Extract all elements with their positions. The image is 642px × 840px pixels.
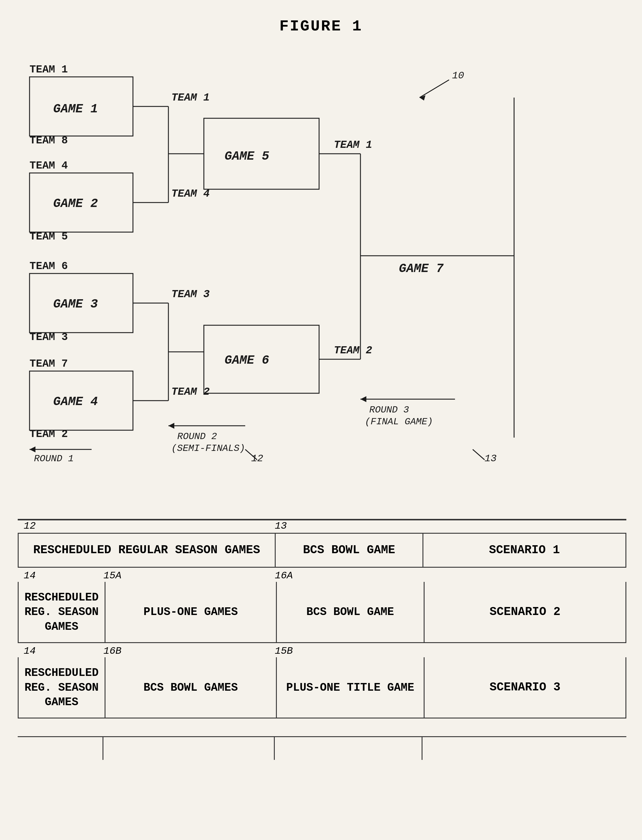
scenario3-label: SCENARIO 3 <box>425 657 626 718</box>
game3-winner-label: TEAM 3 <box>171 288 210 301</box>
game2-label: GAME 2 <box>53 197 98 211</box>
scenario2-cell2: PLUS-ONE GAMES <box>105 582 277 642</box>
ref16b-s3: 16B <box>104 645 275 657</box>
ref15b-s3: 15B <box>275 645 423 657</box>
game4-winner-label: TEAM 2 <box>171 386 210 398</box>
team1-label: TEAM 1 <box>29 63 68 76</box>
page: FIGURE 1 text { font-family: 'Courier Ne… <box>0 0 642 840</box>
team6-label: TEAM 6 <box>29 260 68 272</box>
svg-marker-17 <box>169 423 174 429</box>
game6-label: GAME 6 <box>225 353 269 367</box>
scenario3-cell2: BCS BOWL GAMES <box>105 657 277 718</box>
game5-label: GAME 5 <box>225 149 269 164</box>
ref14-s3: 14 <box>18 645 104 657</box>
team4-label: TEAM 4 <box>29 160 68 172</box>
scenario2-label: SCENARIO 2 <box>425 582 626 642</box>
figure-title: FIGURE 1 <box>0 0 642 35</box>
game3-label: GAME 3 <box>53 297 98 311</box>
game5-winner-label: TEAM 1 <box>334 139 372 151</box>
scenario2-cell1: RESCHEDULED REG. SEASON GAMES <box>19 582 105 642</box>
bottom-border <box>18 736 626 760</box>
game4-label: GAME 4 <box>53 395 98 409</box>
team2-r1-label: TEAM 2 <box>29 428 68 440</box>
scenario1-cells: RESCHEDULED REGULAR SEASON GAMES BCS BOW… <box>18 533 626 568</box>
team5-label: TEAM 5 <box>29 231 68 243</box>
ref12-label: 12 <box>18 520 275 531</box>
game1-winner-label: TEAM 1 <box>171 92 210 104</box>
round2-label-line2: (SEMI-FINALS) <box>171 443 245 454</box>
ref13: 13 <box>485 453 497 464</box>
scenario1-cell2: BCS BOWL GAME <box>276 534 423 567</box>
svg-line-29 <box>473 449 485 460</box>
team8-label: TEAM 8 <box>29 135 68 147</box>
round3-label-line2: (FINAL GAME) <box>365 416 433 427</box>
scenario1-label: SCENARIO 1 <box>423 534 626 567</box>
ref16a-s2: 16A <box>275 570 423 581</box>
svg-line-27 <box>420 80 449 97</box>
scenario3-cells: RESCHEDULED REG. SEASON GAMES BCS BOWL G… <box>18 657 626 718</box>
team3-r1-label: TEAM 3 <box>29 331 68 343</box>
svg-marker-5 <box>29 447 36 452</box>
scenario2-refs: 14 15A 16A <box>18 568 626 582</box>
svg-marker-26 <box>360 396 366 402</box>
ref15a-s2: 15A <box>104 570 275 581</box>
game7-label: GAME 7 <box>399 262 444 276</box>
round3-label-line1: ROUND 3 <box>369 405 409 416</box>
game1-label: GAME 1 <box>53 102 98 116</box>
scenario3-cell3: PLUS-ONE TITLE GAME <box>277 657 425 718</box>
scenario3-refs: 14 16B 15B <box>18 643 626 657</box>
scenario2-cell3: BCS BOWL GAME <box>277 582 425 642</box>
game2-winner-label: TEAM 4 <box>171 188 210 200</box>
scenario1-cell1: RESCHEDULED REGULAR SEASON GAMES <box>19 534 276 567</box>
ref13-label-s1: 13 <box>275 520 423 531</box>
ref10: 10 <box>452 70 464 81</box>
round2-label-line1: ROUND 2 <box>177 431 217 442</box>
game6-winner-label: TEAM 2 <box>334 344 372 357</box>
ref14-s2: 14 <box>18 570 104 581</box>
ref12: 12 <box>251 453 263 464</box>
scenarios-container: 12 13 RESCHEDULED REGULAR SEASON GAMES B… <box>18 519 626 760</box>
scenario3-cell1: RESCHEDULED REG. SEASON GAMES <box>19 657 105 718</box>
scenario2-cells: RESCHEDULED REG. SEASON GAMES PLUS-ONE G… <box>18 582 626 643</box>
round1-label: ROUND 1 <box>34 453 74 464</box>
scenario1-refs: 12 13 <box>18 520 626 533</box>
team7-label: TEAM 7 <box>29 358 68 370</box>
bracket-diagram: text { font-family: 'Courier New', Couri… <box>12 39 632 526</box>
